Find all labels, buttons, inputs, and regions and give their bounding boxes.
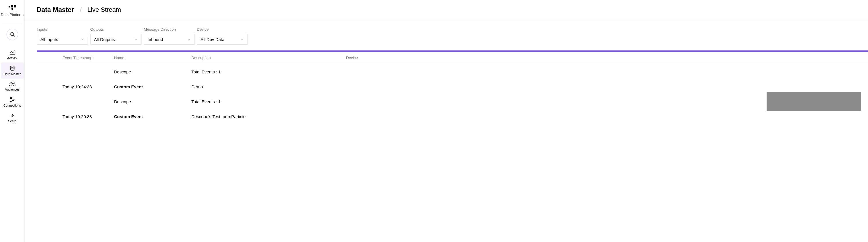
table-row[interactable]: Today 10:24:38 Custom Event Demo	[37, 79, 868, 94]
audiences-icon	[9, 82, 16, 87]
wrench-icon	[10, 113, 15, 118]
breadcrumb-root[interactable]: Data Master	[37, 6, 74, 14]
dropdown-value: All Outputs	[94, 37, 115, 42]
cell-description: Demo	[191, 84, 346, 89]
filter-device-dropdown[interactable]: All Dev Data	[197, 34, 248, 45]
connections-icon	[10, 97, 15, 103]
svg-point-5	[13, 83, 14, 84]
chevron-down-icon	[240, 37, 244, 41]
nav-label: Connections	[3, 104, 21, 107]
nav-connections[interactable]: Connections	[1, 94, 24, 110]
nav-label: Setup	[8, 119, 16, 123]
filter-outputs-label: Outputs	[90, 27, 142, 32]
cell-description: Total Events : 1	[191, 99, 346, 104]
chevron-down-icon	[134, 37, 138, 41]
filter-device-label: Device	[197, 27, 248, 32]
svg-line-10	[11, 100, 13, 101]
breadcrumb: Data Master / Live Stream	[37, 0, 868, 20]
logo	[8, 4, 16, 11]
dropdown-value: Inbound	[148, 37, 163, 42]
nav-label: Activity	[7, 56, 17, 60]
activity-icon	[9, 50, 15, 55]
table-header: Event Timestamp Name Description Device	[37, 52, 868, 64]
redacted-block	[767, 92, 861, 111]
nav-activity[interactable]: Activity	[1, 47, 24, 62]
filter-direction-dropdown[interactable]: Inbound	[144, 34, 195, 45]
nav-data-master[interactable]: Data Master	[1, 62, 24, 79]
filter-inputs-label: Inputs	[37, 27, 88, 32]
filter-inputs-dropdown[interactable]: All Inputs	[37, 34, 88, 45]
nav-audiences[interactable]: Audiences	[1, 79, 24, 94]
cell-name: Custom Event	[114, 84, 191, 89]
nav-setup[interactable]: Setup	[1, 110, 24, 124]
svg-point-2	[10, 66, 14, 68]
cell-description: Total Events : 1	[191, 69, 346, 74]
cell-name: Descope	[114, 99, 191, 104]
cell-timestamp: Today 10:24:38	[62, 84, 114, 89]
svg-line-1	[13, 35, 14, 37]
search-button[interactable]	[7, 29, 18, 40]
col-header-device: Device	[346, 56, 868, 60]
col-header-timestamp: Event Timestamp	[62, 56, 114, 60]
nav-label: Data Master	[4, 72, 21, 76]
cell-timestamp: Today 10:20:38	[62, 114, 114, 119]
svg-point-0	[10, 32, 13, 36]
dropdown-value: All Dev Data	[200, 37, 224, 42]
breadcrumb-page: Live Stream	[87, 6, 121, 13]
col-header-name: Name	[114, 56, 191, 60]
table-row[interactable]: Descope Total Events : 1	[37, 94, 868, 109]
search-icon	[9, 32, 15, 37]
svg-point-4	[10, 83, 11, 84]
dropdown-value: All Inputs	[40, 37, 58, 42]
svg-point-3	[11, 82, 13, 84]
database-icon	[10, 65, 15, 71]
brand-label: Data Platform	[1, 12, 24, 17]
table-row[interactable]: Today 10:20:38 Custom Event Descope's Te…	[37, 109, 868, 124]
chevron-down-icon	[81, 37, 85, 41]
nav-label: Audiences	[5, 88, 20, 91]
svg-line-9	[11, 98, 13, 100]
filter-direction-label: Message Direction	[144, 27, 195, 32]
filter-outputs-dropdown[interactable]: All Outputs	[90, 34, 142, 45]
chevron-down-icon	[187, 37, 191, 41]
cell-name: Custom Event	[114, 114, 191, 119]
col-header-description: Description	[191, 56, 346, 60]
table-row[interactable]: Descope Total Events : 1	[37, 64, 868, 79]
cell-name: Descope	[114, 69, 191, 74]
breadcrumb-separator: /	[80, 6, 82, 14]
cell-description: Descope's Test for mParticle	[191, 114, 346, 119]
